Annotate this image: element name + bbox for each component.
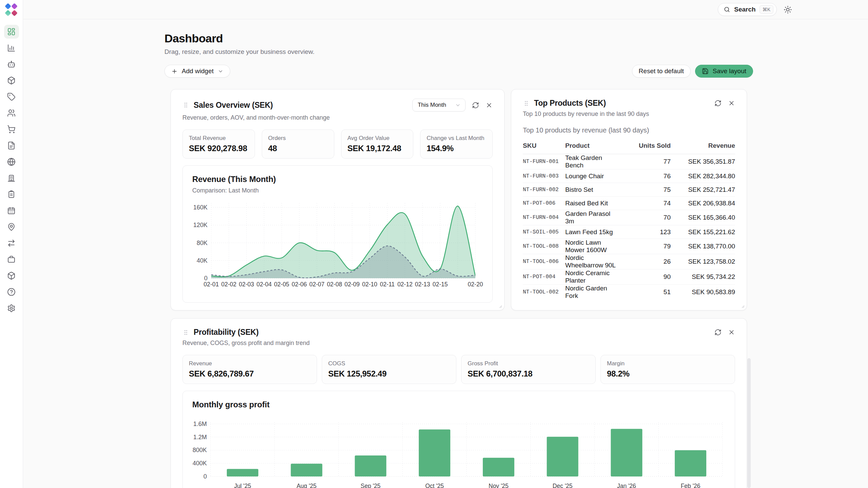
sidebar-item-package-2[interactable]	[4, 269, 19, 283]
close-widget-button[interactable]	[728, 100, 735, 107]
svg-text:Feb '26: Feb '26	[681, 483, 701, 488]
stat-card: Change vs Last Month 154.9%	[420, 129, 493, 159]
refresh-button[interactable]	[714, 100, 722, 107]
sun-icon	[784, 5, 792, 14]
sidebar-item-help-circle[interactable]	[4, 285, 19, 299]
package-2-icon	[7, 271, 16, 280]
cell-units: 74	[620, 197, 671, 210]
close-widget-button[interactable]	[728, 329, 735, 336]
svg-text:Nov '25: Nov '25	[489, 483, 509, 488]
scrollbar-thumb[interactable]	[747, 358, 751, 488]
sidebar-item-briefcase[interactable]	[4, 252, 19, 266]
sidebar-item-file-text[interactable]	[4, 139, 19, 152]
page-subtitle: Drag, resize, and customize your busines…	[164, 48, 753, 56]
sidebar-item-globe[interactable]	[4, 155, 19, 169]
table-row: NT-TOOL-006 Nordic Wheelbarrow 90L 26 SE…	[523, 254, 735, 269]
widget-title: Profitability (SEK)	[194, 328, 259, 337]
bot-icon	[7, 60, 16, 68]
sidebar-item-calendar[interactable]	[4, 204, 19, 218]
sales-stats-row: Total Revenue SEK 920,278.98Orders 48Avg…	[182, 129, 493, 159]
resize-handle[interactable]	[739, 303, 745, 308]
close-icon	[728, 329, 735, 336]
search-button[interactable]: Search ⌘K	[718, 3, 777, 16]
top-bar: Search ⌘K	[23, 0, 868, 19]
sidebar-item-layout-dashboard[interactable]	[4, 25, 19, 39]
stat-label: Total Revenue	[189, 135, 249, 142]
reset-to-default-button[interactable]: Reset to default	[632, 65, 691, 78]
table-row: NT-TOOL-008 Nordic Lawn Mower 1600W 79 S…	[523, 239, 735, 254]
stat-value: SEK 19,172.48	[348, 144, 407, 153]
svg-text:0: 0	[203, 473, 207, 480]
save-layout-button[interactable]: Save layout	[695, 65, 753, 78]
column-header: Revenue	[671, 139, 735, 154]
cell-units: 77	[620, 154, 671, 169]
sidebar-item-shopping-cart[interactable]	[4, 122, 19, 136]
stat-label: Orders	[268, 135, 328, 142]
theme-toggle-button[interactable]	[784, 5, 792, 14]
sidebar-item-building[interactable]	[4, 171, 19, 185]
widget-title: Sales Overview (SEK)	[194, 101, 273, 110]
drag-handle-icon[interactable]	[182, 329, 189, 336]
add-widget-button[interactable]: Add widget	[164, 65, 230, 78]
sidebar-item-bar-chart[interactable]	[4, 41, 19, 55]
svg-text:02-08: 02-08	[327, 281, 342, 288]
sidebar-item-package[interactable]	[4, 74, 19, 87]
resize-handle[interactable]	[497, 303, 502, 308]
table-row: NT-POT-004 Nordic Ceramic Planter 90 SEK…	[523, 269, 735, 285]
table-row: NT-FURN-002 Bistro Set 75 SEK 252,721.47	[523, 183, 735, 197]
sidebar-item-clipboard-list[interactable]	[4, 187, 19, 201]
stat-value: 98.2%	[607, 369, 729, 379]
sidebar-item-settings[interactable]	[4, 301, 19, 315]
cell-product: Nordic Ceramic Planter	[565, 269, 620, 285]
sidebar-item-tag[interactable]	[4, 90, 19, 104]
close-widget-button[interactable]	[486, 102, 493, 109]
period-select[interactable]: This Month	[412, 99, 466, 111]
svg-text:Jul '25: Jul '25	[234, 483, 251, 488]
refresh-button[interactable]	[714, 329, 722, 336]
stat-label: Revenue	[189, 360, 311, 367]
refresh-button[interactable]	[472, 102, 479, 109]
page-title: Dashboard	[164, 32, 753, 45]
chevron-down-icon	[455, 102, 461, 108]
cell-revenue: SEK 138,770.00	[671, 239, 735, 254]
cell-sku: NT-SOIL-005	[523, 225, 565, 239]
cell-sku: NT-FURN-003	[523, 169, 565, 183]
close-icon	[728, 100, 735, 107]
app-logo[interactable]	[5, 3, 18, 16]
cell-product: Garden Parasol 3m	[565, 210, 620, 225]
table-row: NT-TOOL-002 Nordic Garden Fork 51 SEK 90…	[523, 285, 735, 300]
main-content: Dashboard Drag, resize, and customize yo…	[164, 19, 753, 488]
svg-text:Aug '25: Aug '25	[297, 483, 317, 488]
cell-product: Lawn Feed 15kg	[565, 225, 620, 239]
sales-overview-widget: Sales Overview (SEK) This Month Revenue,…	[171, 89, 505, 310]
cell-revenue: SEK 165,366.40	[671, 210, 735, 225]
refresh-icon	[714, 329, 722, 336]
svg-text:1.2M: 1.2M	[193, 434, 207, 441]
sidebar-item-bot[interactable]	[4, 57, 19, 71]
sidebar-item-map-pin[interactable]	[4, 220, 19, 234]
sidebar	[0, 0, 23, 488]
drag-handle-icon[interactable]	[523, 100, 530, 107]
svg-text:400K: 400K	[193, 460, 207, 467]
cell-product: Raised Bed Kit	[565, 197, 620, 210]
svg-text:40K: 40K	[197, 257, 208, 264]
sidebar-item-users[interactable]	[4, 106, 19, 120]
search-icon	[724, 6, 730, 13]
arrows-right-left-icon	[7, 239, 16, 247]
cell-revenue: SEK 95,734.22	[671, 269, 735, 285]
drag-handle-icon[interactable]	[182, 102, 189, 108]
cell-sku: NT-FURN-001	[523, 154, 565, 169]
svg-text:02-20: 02-20	[468, 281, 483, 288]
table-row: NT-FURN-004 Garden Parasol 3m 70 SEK 165…	[523, 210, 735, 225]
chart-title: Revenue (This Month)	[192, 175, 483, 184]
svg-text:02-04: 02-04	[256, 281, 272, 288]
cell-sku: NT-POT-006	[523, 197, 565, 210]
sidebar-item-arrows-right-left[interactable]	[4, 236, 19, 250]
column-header: Units Sold	[620, 139, 671, 154]
logo-diamond-teal	[5, 10, 11, 16]
cell-revenue: SEK 90,583.89	[671, 285, 735, 300]
cell-product: Nordic Garden Fork	[565, 285, 620, 300]
svg-text:120K: 120K	[193, 222, 208, 228]
stat-card: Orders 48	[262, 129, 334, 159]
stat-card: Total Revenue SEK 920,278.98	[182, 129, 255, 159]
